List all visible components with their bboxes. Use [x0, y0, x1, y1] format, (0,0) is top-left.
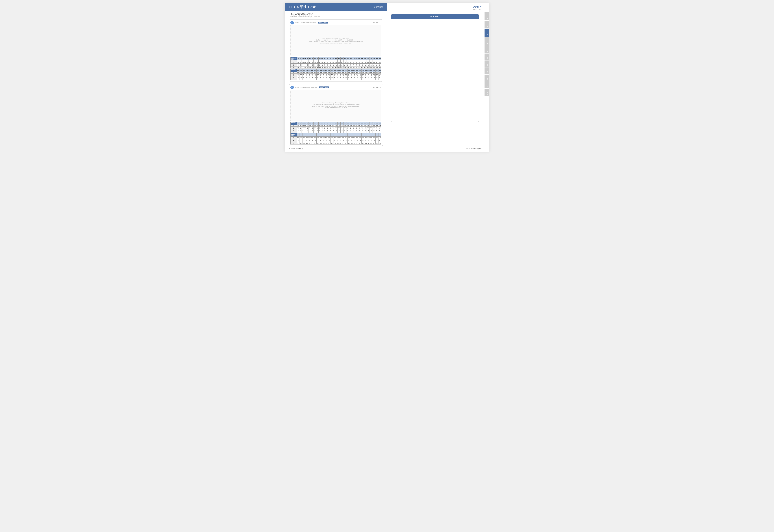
cell: 200	[337, 62, 340, 63]
cell: 20	[378, 130, 381, 131]
cell: 3408	[378, 137, 381, 138]
cell: 5	[340, 128, 343, 130]
cell: 408	[297, 60, 299, 62]
cell: 408	[297, 125, 299, 127]
cell: 6	[302, 130, 304, 131]
left-page: TLB14 單軸/1-axis 皮帶驅動 馬達左下折/馬達右下折 Motor L…	[285, 3, 387, 152]
row-label-L: L	[290, 125, 297, 127]
cell: 40.1	[370, 78, 373, 80]
stroke-col: 1300	[364, 122, 367, 125]
cell: 9	[308, 75, 311, 77]
cell: 1	[306, 63, 309, 65]
cell: 4	[335, 63, 337, 65]
side-tab-3[interactable]: TCH 模組系列 天鉤重載式滑台	[485, 37, 489, 45]
stroke-col: 1100	[352, 122, 355, 125]
cell: 20	[300, 141, 302, 143]
side-tab-4[interactable]: TCB 模組系列 天鉤皮帶滑台	[485, 45, 489, 53]
cell: 50	[352, 62, 355, 63]
cell: 4	[337, 63, 340, 65]
side-tab-8[interactable]: 直線電機 龍門組合 半封/全封閉	[485, 75, 489, 81]
cell: 14	[343, 130, 346, 131]
cell: 13	[321, 131, 323, 133]
stroke-col: 1950	[316, 133, 319, 136]
side-tab-7[interactable]: 直線電機 定位平台 (含光栅)	[485, 67, 489, 74]
rd-2d-cad-button[interactable]: 2D CAD	[319, 86, 324, 88]
rd-3d-cad-button[interactable]: 3D CAD	[324, 86, 329, 88]
cell: 100	[311, 127, 313, 128]
cell: 4	[297, 65, 299, 67]
cell: 200	[316, 127, 318, 128]
stroke-col: 1900	[314, 133, 316, 136]
stroke-col: 2400	[342, 69, 344, 72]
cell: 2808	[344, 137, 347, 138]
memo-header: MEMO	[391, 14, 479, 19]
cell: 100	[316, 138, 319, 140]
cell: 200	[333, 73, 336, 75]
row-label-L: L	[290, 137, 297, 138]
cell: 3058	[359, 72, 361, 73]
cell: 32.3	[333, 143, 336, 144]
cell: 50	[314, 73, 316, 75]
cell: 1758	[369, 60, 372, 62]
cell: 1	[306, 128, 309, 130]
cell: 8	[378, 63, 381, 65]
cell: 11.4	[313, 67, 316, 68]
side-tab-10[interactable]: 線性馬達 3R 標準套裝	[485, 89, 489, 96]
stroke-col: 2550	[350, 69, 353, 72]
side-tab-9[interactable]: DD 馬達	[485, 81, 489, 88]
cell: 18.5	[352, 131, 355, 133]
cell: 1258	[340, 125, 343, 127]
cell: 1458	[352, 125, 355, 127]
stroke-col: 800	[335, 122, 337, 125]
cell: 35.9	[350, 78, 353, 80]
cell: 10	[318, 130, 321, 131]
stroke-col: 2950	[373, 133, 375, 136]
cell: 150	[313, 62, 316, 63]
cell: 28	[339, 141, 342, 143]
cell: 3	[326, 128, 329, 130]
cell: 1258	[340, 60, 343, 62]
cell: 34	[375, 77, 378, 78]
side-tab-0[interactable]: TLG 模組系列 一體內嵌式螺桿滑台	[485, 12, 489, 20]
stroke-col: 2250	[333, 69, 336, 72]
cell: 18	[372, 130, 375, 131]
cell: 40.7	[373, 78, 375, 80]
cell: 7	[372, 128, 375, 130]
cell: 22	[305, 141, 308, 143]
cell: 2458	[325, 72, 328, 73]
stroke-col: 250	[306, 57, 309, 60]
cell: 9	[305, 140, 308, 141]
stroke-header: 有效行程stroke	[290, 122, 297, 125]
ld-2d-cad-button[interactable]: 2D CAD	[318, 22, 323, 24]
ld-3d-cad-button[interactable]: 3D CAD	[323, 22, 328, 24]
row-label-M: M	[290, 75, 297, 77]
cell: 150	[342, 73, 344, 75]
stroke-col: 1050	[349, 57, 352, 60]
side-tab-6[interactable]: 直線電機 定位平台 (無鐵芯)	[485, 60, 489, 67]
cell: 9	[305, 75, 308, 77]
cell: 40.1	[370, 143, 373, 144]
side-tabs: TLG 模組系列 一體內嵌式螺桿滑台TLM 模組系列 一體螺桿滑台TLB 模組系…	[485, 12, 489, 96]
stroke-col: 2950	[373, 69, 375, 72]
cell: 28.7	[316, 78, 319, 80]
cell: 3308	[373, 137, 375, 138]
cell: 38.9	[364, 78, 367, 80]
cell: 2	[309, 63, 311, 65]
cell: 28	[344, 141, 347, 143]
cell: 40.7	[373, 143, 375, 144]
cell: 13.9	[326, 67, 329, 68]
cell: 50	[336, 73, 339, 75]
side-tab-2[interactable]: TLB 模組系列 一體皮帶滑台	[485, 29, 489, 37]
side-tab-5[interactable]: 直線電機 定位平台 (有鐵芯)	[485, 54, 489, 60]
side-tab-1[interactable]: TLM 模組系列 一體螺桿滑台	[485, 21, 489, 28]
cell: 1458	[352, 60, 355, 62]
cell: 2208	[311, 137, 313, 138]
stroke-col: 1000	[346, 57, 349, 60]
brand-logo: CCTL®ROBOTICS	[473, 5, 482, 10]
cell: 24	[314, 141, 316, 143]
cell: 3008	[356, 72, 359, 73]
cell: 1558	[358, 125, 361, 127]
cell: 18.5	[352, 67, 355, 68]
stroke-col: 600	[323, 57, 326, 60]
cell: 1	[304, 128, 306, 130]
